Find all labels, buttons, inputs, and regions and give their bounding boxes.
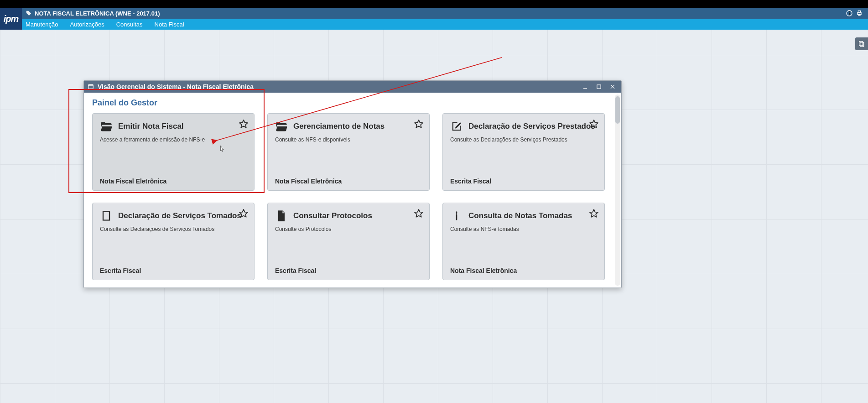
os-taskbar-strip xyxy=(0,0,868,8)
card-title: Declaração de Serviços Prestados xyxy=(468,122,595,131)
card-description: Consulte as Declarações de Serviços Toma… xyxy=(100,226,247,232)
favorite-star-button[interactable] xyxy=(239,119,249,129)
favorite-star-button[interactable] xyxy=(589,119,599,129)
tag-icon xyxy=(26,10,32,16)
inner-window-titlebar[interactable]: Visão Gerencial do Sistema - Nota Fiscal… xyxy=(84,81,621,93)
card-footer: Nota Fiscal Eletrônica xyxy=(450,267,597,274)
folder-open-icon xyxy=(100,120,113,133)
info-button[interactable] xyxy=(844,9,854,18)
menu-item-autorizacoes[interactable]: Autorizações xyxy=(70,21,104,28)
dashboard-card[interactable]: Consulta de Notas Tomadas Consulte as NF… xyxy=(442,203,605,280)
card-footer: Escrita Fiscal xyxy=(100,267,247,274)
dashboard-card[interactable]: Emitir Nota Fiscal Acesse a ferramenta d… xyxy=(92,113,255,191)
app-titlebar: NOTA FISCAL ELETRÔNICA (WNE - 2017.01) xyxy=(22,8,868,19)
print-button[interactable] xyxy=(854,9,864,18)
favorite-star-button[interactable] xyxy=(239,209,249,219)
dashboard-card[interactable]: Consultar Protocolos Consulte os Protoco… xyxy=(267,203,430,280)
scrollbar-thumb[interactable] xyxy=(615,96,620,124)
card-description: Acesse a ferramenta de emissão de NFS-e xyxy=(100,136,247,143)
card-description: Consulte os Protocolos xyxy=(275,226,422,232)
favorite-star-button[interactable] xyxy=(589,209,599,219)
card-description: Consulte as Declarações de Serviços Pres… xyxy=(450,136,597,143)
card-title: Gerenciamento de Notas xyxy=(293,122,385,131)
info-icon xyxy=(450,209,463,222)
scrollbar[interactable] xyxy=(615,94,620,286)
app-logo[interactable]: ipm xyxy=(0,8,22,30)
favorite-star-button[interactable] xyxy=(414,119,424,129)
note-icon xyxy=(100,209,113,222)
dashboard-card[interactable]: Declaração de Serviços Prestados Consult… xyxy=(442,113,605,191)
card-description: Consulte as NFS-e disponíveis xyxy=(275,136,422,143)
card-title: Emitir Nota Fiscal xyxy=(118,122,184,131)
menubar: Manutenção Autorizações Consultas Nota F… xyxy=(22,19,868,30)
dashboard-card[interactable]: Declaração de Serviços Tomados Consulte … xyxy=(92,203,255,280)
panel-title: Painel do Gestor xyxy=(92,98,613,108)
file-text-icon xyxy=(275,209,288,222)
card-footer: Escrita Fiscal xyxy=(450,178,597,185)
edit-square-icon xyxy=(450,120,463,133)
inner-window-title: Visão Gerencial do Sistema - Nota Fiscal… xyxy=(98,83,254,90)
menu-item-consultas[interactable]: Consultas xyxy=(116,21,143,28)
window-close-button[interactable] xyxy=(608,82,618,91)
card-footer: Nota Fiscal Eletrônica xyxy=(100,178,247,185)
dashboard-card[interactable]: Gerenciamento de Notas Consulte as NFS-e… xyxy=(267,113,430,191)
menu-item-nota-fiscal[interactable]: Nota Fiscal xyxy=(155,21,184,28)
window-maximize-button[interactable] xyxy=(594,82,604,91)
window-minimize-button[interactable] xyxy=(580,82,590,91)
card-description: Consulte as NFS-e tomadas xyxy=(450,226,597,232)
window-icon xyxy=(88,84,94,90)
card-title: Consultar Protocolos xyxy=(293,211,372,220)
card-footer: Escrita Fiscal xyxy=(275,267,422,274)
favorite-star-button[interactable] xyxy=(414,209,424,219)
menu-item-manutencao[interactable]: Manutenção xyxy=(26,21,58,28)
inner-window: Visão Gerencial do Sistema - Nota Fiscal… xyxy=(83,80,622,288)
card-footer: Nota Fiscal Eletrônica xyxy=(275,178,422,185)
side-tool-copy[interactable] xyxy=(855,37,868,50)
app-logo-text: ipm xyxy=(4,14,19,24)
app-title: NOTA FISCAL ELETRÔNICA (WNE - 2017.01) xyxy=(35,10,160,17)
card-title: Consulta de Notas Tomadas xyxy=(468,211,572,220)
card-title: Declaração de Serviços Tomados xyxy=(118,211,241,220)
folder-open-icon xyxy=(275,120,288,133)
app-header: ipm NOTA FISCAL ELETRÔNICA (WNE - 2017.0… xyxy=(0,8,868,30)
card-grid: Emitir Nota Fiscal Acesse a ferramenta d… xyxy=(92,113,613,280)
inner-window-body: Painel do Gestor Emitir Nota Fiscal Aces… xyxy=(84,93,621,288)
